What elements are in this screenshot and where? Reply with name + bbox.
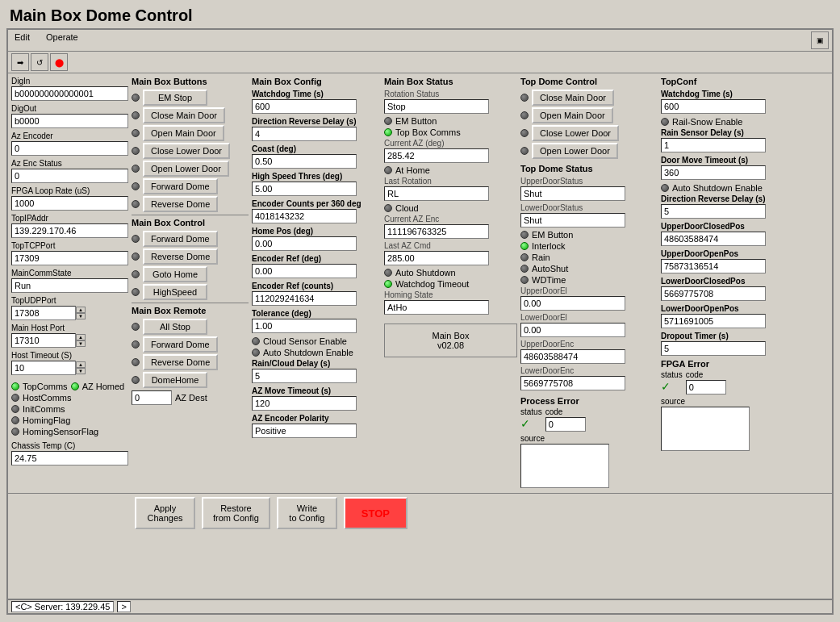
toolbar-stop-btn[interactable]: ⬤	[50, 53, 68, 71]
close-main-door-top-btn[interactable]: Close Main Door	[532, 90, 614, 106]
tolerance-input[interactable]	[252, 319, 357, 333]
dir-reverse-delay-input[interactable]	[252, 127, 357, 141]
scrollable-content[interactable]: DigIn DigOut Az Encoder Az Enc Status	[8, 73, 832, 599]
stop-btn[interactable]: STOP	[344, 497, 407, 529]
upper-door-el-input[interactable]	[520, 296, 625, 311]
last-rotation-label: Last Rotation	[384, 177, 517, 186]
host-timeout-input[interactable]	[11, 361, 76, 375]
lower-door-enc-input[interactable]	[520, 376, 625, 390]
close-lower-door-btn[interactable]: Close Lower Door	[143, 143, 230, 159]
process-code-input[interactable]	[545, 417, 586, 432]
window-icon: ▣	[811, 31, 829, 49]
forward-dome-remote-btn[interactable]: Forward Dome	[143, 336, 218, 353]
upper-door-open-pos-input[interactable]	[661, 259, 766, 273]
watchdog-timeout-label: Watchdog Timeout	[395, 279, 469, 289]
az-enc-polarity-label: AZ Encoder Polarity	[252, 414, 381, 423]
main-host-input[interactable]	[11, 333, 76, 348]
open-main-door-top-btn[interactable]: Open Main Door	[532, 107, 613, 123]
high-speed-thres-input[interactable]	[252, 182, 357, 196]
open-lower-door-top-btn[interactable]: Open Lower Door	[532, 143, 618, 159]
enc-counts-input[interactable]	[252, 209, 357, 223]
rain-sensor-delay-input[interactable]	[661, 138, 766, 152]
fpga-code-input[interactable]	[686, 380, 726, 394]
chassis-temp-input[interactable]	[11, 451, 128, 465]
apply-changes-btn[interactable]: ApplyChanges	[135, 497, 195, 529]
enc-ref-counts-input[interactable]	[252, 291, 357, 306]
fpga-source-label: source	[661, 397, 802, 406]
rotation-status-label: Rotation Status	[384, 90, 517, 98]
topconf-dir-reverse-input[interactable]	[661, 204, 766, 219]
process-checkmark: ✓	[520, 417, 542, 430]
az-enc-status-input[interactable]	[11, 169, 128, 183]
az-encoder-input[interactable]	[11, 141, 128, 156]
watchdog-time-input[interactable]	[252, 99, 357, 114]
wd-time-led	[520, 276, 529, 284]
az-dest-input[interactable]	[132, 390, 172, 405]
top-udp-input[interactable]	[11, 306, 76, 320]
version-label: Main Box	[391, 331, 510, 340]
host-timeout-up[interactable]: ▲	[76, 361, 86, 368]
current-az-input[interactable]	[384, 148, 489, 163]
az-enc-polarity-input[interactable]	[252, 424, 357, 438]
toolbar-refresh-btn[interactable]: ↺	[31, 53, 48, 71]
forward-dome-btns-btn[interactable]: Forward Dome	[143, 178, 218, 194]
topconf-watchdog-input[interactable]	[661, 99, 766, 114]
upper-door-status-input[interactable]	[520, 186, 625, 201]
top-udp-up[interactable]: ▲	[76, 307, 86, 313]
write-config-btn[interactable]: Writeto Config	[277, 497, 337, 529]
high-speed-btn[interactable]: HighSpeed	[143, 284, 207, 300]
lower-door-open-pos-input[interactable]	[661, 314, 766, 328]
last-rotation-input[interactable]	[384, 186, 489, 201]
lower-door-el-input[interactable]	[520, 323, 625, 337]
digout-input[interactable]	[11, 114, 128, 128]
top-ip-input[interactable]	[11, 223, 128, 238]
close-main-door-btn[interactable]: Close Main Door	[143, 107, 225, 123]
close-lower-door-top-btn[interactable]: Close Lower Door	[532, 125, 619, 141]
coast-deg-input[interactable]	[252, 154, 357, 169]
rain-cloud-delay-input[interactable]	[252, 369, 357, 383]
reverse-dome-ctrl-btn[interactable]: Reverse Dome	[143, 248, 218, 265]
menu-edit[interactable]: Edit	[11, 31, 33, 49]
fpga-loop-input[interactable]	[11, 196, 128, 211]
open-lower-door-btn[interactable]: Open Lower Door	[143, 161, 229, 177]
az-move-timeout-input[interactable]	[252, 396, 357, 411]
current-az-enc-input[interactable]	[384, 224, 489, 239]
home-pos-input[interactable]	[252, 236, 357, 251]
upper-door-closed-pos-input[interactable]	[661, 232, 766, 246]
door-move-timeout-input[interactable]	[661, 165, 766, 180]
top-tcp-input[interactable]	[11, 251, 128, 265]
main-host-up[interactable]: ▲	[76, 334, 86, 340]
enc-ref-deg-input[interactable]	[252, 264, 357, 278]
rotation-status-input[interactable]	[384, 99, 489, 114]
dropout-timer-input[interactable]	[661, 341, 766, 356]
toolbar-arrow-btn[interactable]: ➡	[11, 53, 29, 71]
digin-input[interactable]	[11, 86, 128, 101]
upper-door-enc-input[interactable]	[520, 349, 625, 364]
reverse-dome-btns-btn[interactable]: Reverse Dome	[143, 196, 218, 212]
reverse-dome-ctrl-led	[132, 253, 140, 261]
reverse-dome-remote-btn[interactable]: Reverse Dome	[143, 354, 218, 370]
topconf-auto-shutdown-label: Auto Shutdown Enable	[672, 183, 763, 193]
restore-config-btn[interactable]: Restorefrom Config	[202, 497, 270, 529]
dome-home-btn[interactable]: DomeHome	[143, 372, 207, 388]
last-az-cmd-input[interactable]	[384, 251, 489, 265]
forward-dome-ctrl-btn[interactable]: Forward Dome	[143, 231, 218, 247]
menu-operate[interactable]: Operate	[43, 31, 81, 49]
main-comm-input[interactable]	[11, 278, 128, 293]
cloud-led	[384, 204, 392, 212]
goto-home-btn[interactable]: Goto Home	[143, 266, 207, 282]
open-main-door-btn[interactable]: Open Main Door	[143, 125, 224, 141]
host-timeout-down[interactable]: ▼	[76, 368, 86, 374]
all-stop-led	[132, 323, 140, 331]
main-host-down[interactable]: ▼	[76, 340, 86, 347]
fpga-source-input[interactable]	[661, 407, 750, 451]
em-stop-btn[interactable]: EM Stop	[143, 90, 207, 106]
process-source-input[interactable]	[520, 444, 609, 488]
lower-door-status-input[interactable]	[520, 213, 625, 228]
homing-state-input[interactable]	[384, 300, 489, 315]
top-udp-down[interactable]: ▼	[76, 313, 86, 319]
lower-door-closed-pos-input[interactable]	[661, 286, 766, 301]
main-box-buttons-title: Main Box Buttons	[132, 77, 249, 86]
all-stop-btn[interactable]: All Stop	[143, 319, 207, 335]
az-move-timeout-label: AZ Move Timeout (s)	[252, 386, 381, 395]
